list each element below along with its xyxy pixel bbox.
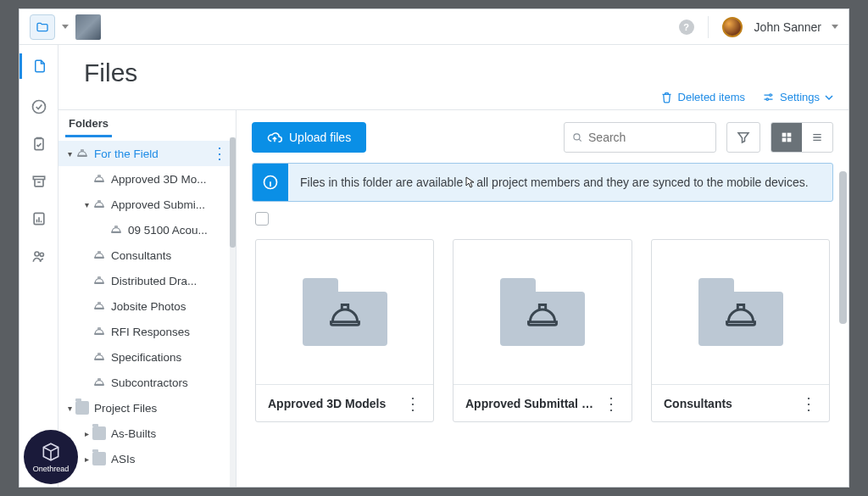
- folder-grid: Approved 3D Models⋮Approved Submittal Do…: [236, 234, 849, 422]
- folder-hardhat-icon: [698, 278, 783, 346]
- search-input-wrapper[interactable]: [564, 122, 716, 153]
- svg-point-5: [40, 253, 43, 256]
- app-window: ? John Sanner: [19, 8, 849, 488]
- search-input[interactable]: [588, 131, 709, 144]
- filter-button[interactable]: [726, 122, 760, 153]
- folders-sidebar: Folders ▾ For the Field ⋮: [58, 110, 236, 487]
- select-all-checkbox[interactable]: [255, 212, 269, 226]
- nav-archive[interactable]: [30, 172, 48, 191]
- folder-card[interactable]: Approved 3D Models⋮: [255, 239, 434, 422]
- tree-node[interactable]: 09 5100 Acou...: [58, 217, 236, 242]
- tree-node-label: 09 5100 Acou...: [128, 224, 232, 237]
- hardhat-icon: [92, 376, 106, 389]
- tree-node-root[interactable]: ▾ For the Field ⋮: [58, 141, 236, 166]
- tree-node-label: Approved 3D Mo...: [111, 173, 232, 186]
- tree-node[interactable]: Subcontractors: [58, 370, 236, 395]
- folder-hardhat-icon: [303, 278, 387, 346]
- svg-point-4: [35, 252, 39, 256]
- content-row: Folders ▾ For the Field ⋮: [58, 109, 849, 487]
- hardhat-icon: [92, 198, 106, 211]
- settings-label: Settings: [780, 91, 820, 103]
- username-label[interactable]: John Sanner: [754, 20, 821, 34]
- check-circle-icon: [31, 98, 47, 115]
- deleted-items-link[interactable]: Deleted items: [660, 91, 745, 103]
- grid-icon: [780, 131, 793, 144]
- chevron-right-icon[interactable]: ▸: [81, 429, 92, 438]
- svg-point-6: [770, 94, 772, 97]
- tree-node-label: For the Field: [94, 148, 207, 160]
- avatar[interactable]: [722, 17, 743, 37]
- nav-rail: [19, 45, 58, 487]
- tree-node[interactable]: Approved 3D Mo...: [58, 166, 236, 192]
- nav-checklist[interactable]: [30, 98, 48, 116]
- folder-icon: [92, 426, 106, 440]
- node-menu-button[interactable]: ⋮: [207, 144, 232, 163]
- body: Files Deleted items Settings: [19, 45, 849, 487]
- card-footer: Consultants⋮: [652, 384, 829, 421]
- chevron-down-icon[interactable]: ▾: [81, 200, 92, 209]
- card-footer: Approved Submittal Docs⋮: [453, 384, 632, 421]
- tree-node[interactable]: ▾Approved Submi...: [58, 192, 236, 217]
- tree-node[interactable]: Jobsite Photos: [58, 293, 236, 319]
- folder-card[interactable]: Consultants⋮: [651, 239, 830, 422]
- chevron-down-icon[interactable]: ▾: [64, 149, 75, 159]
- chevron-right-icon[interactable]: ▸: [81, 454, 92, 464]
- chevron-down-icon[interactable]: ▾: [64, 404, 75, 413]
- project-picker-button[interactable]: [30, 14, 55, 40]
- card-name: Consultants: [664, 397, 797, 410]
- tree-node-label: Subcontractors: [111, 376, 232, 389]
- card-menu-button[interactable]: ⋮: [599, 393, 623, 414]
- tree-node-label: Jobsite Photos: [111, 300, 232, 313]
- svg-rect-11: [782, 138, 787, 142]
- svg-rect-12: [787, 138, 792, 142]
- hardhat-icon: [92, 274, 106, 287]
- view-list-button[interactable]: [802, 123, 832, 152]
- list-icon: [810, 131, 824, 144]
- tree-node-project-files[interactable]: ▾ Project Files: [58, 395, 236, 421]
- tab-folders[interactable]: Folders: [65, 110, 112, 137]
- svg-rect-10: [787, 133, 792, 137]
- filter-icon: [736, 130, 751, 145]
- card-menu-button[interactable]: ⋮: [401, 393, 425, 414]
- settings-link[interactable]: Settings: [762, 91, 833, 103]
- chevron-down-icon[interactable]: [62, 25, 69, 29]
- hardhat-icon: [92, 299, 106, 313]
- nav-edit[interactable]: [30, 135, 48, 153]
- sidebar-scrollbar-thumb[interactable]: [230, 137, 236, 248]
- tree-node[interactable]: Specifications: [58, 344, 236, 370]
- tree-node-label: Distributed Dra...: [111, 275, 232, 287]
- nav-members[interactable]: [30, 247, 48, 265]
- folder-card[interactable]: Approved Submittal Docs⋮: [453, 239, 632, 422]
- tree-node-label: Specifications: [111, 351, 232, 364]
- page-actions: Deleted items Settings: [58, 96, 849, 109]
- chevron-down-icon: [825, 93, 833, 102]
- nav-report[interactable]: [30, 209, 48, 228]
- card-thumbnail: [453, 240, 632, 384]
- main: Files Deleted items Settings: [58, 45, 849, 487]
- upload-files-button[interactable]: Upload files: [252, 122, 366, 153]
- view-grid-button[interactable]: [771, 123, 802, 152]
- tree-node-label: RFI Responses: [111, 326, 232, 338]
- card-menu-button[interactable]: ⋮: [797, 393, 821, 414]
- info-banner: Files in this folder are available all p…: [252, 163, 833, 202]
- tree-node[interactable]: Distributed Dra...: [58, 268, 236, 293]
- view-toggle: [771, 122, 833, 153]
- people-icon: [31, 248, 47, 265]
- tree-node[interactable]: ▸ASIs: [58, 446, 236, 471]
- nav-files[interactable]: [19, 53, 58, 79]
- info-banner-text: Files in this folder are available all p…: [288, 164, 832, 201]
- chevron-down-icon[interactable]: [832, 25, 838, 29]
- brand-badge: Onethread: [24, 430, 78, 484]
- content-scrollbar-thumb[interactable]: [839, 171, 847, 324]
- help-icon[interactable]: ?: [679, 20, 694, 35]
- tree-node[interactable]: RFI Responses: [58, 319, 236, 344]
- tree-node-label: Project Files: [94, 402, 232, 415]
- sidebar-scrollbar-track: [230, 137, 236, 487]
- tree-node[interactable]: ▸As-Builts: [58, 421, 236, 446]
- project-thumbnail[interactable]: [75, 14, 101, 40]
- files-pane: Upload files: [236, 110, 849, 487]
- tree-node[interactable]: Consultants: [58, 242, 236, 268]
- clipboard-edit-icon: [31, 136, 47, 153]
- info-icon: [253, 164, 288, 201]
- report-icon: [31, 210, 47, 227]
